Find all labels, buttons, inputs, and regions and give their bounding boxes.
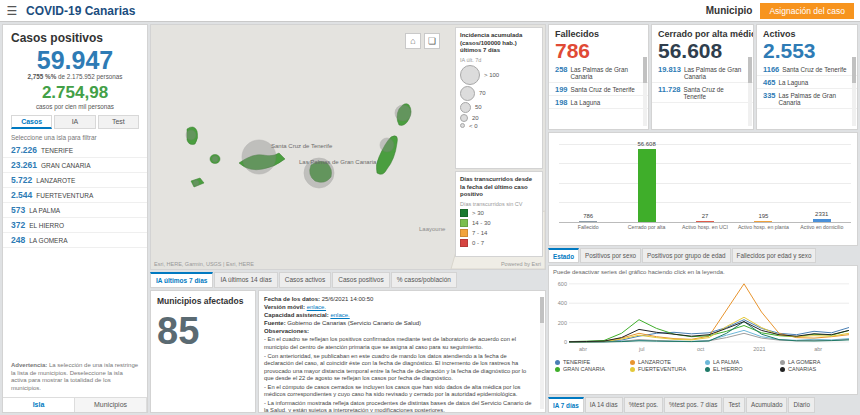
bar-fallecido[interactable] (579, 221, 597, 222)
legend-item-lanzarote[interactable]: LANZAROTE (630, 359, 701, 365)
legend-item-gran-canaria[interactable]: GRAN CANARIA (555, 366, 626, 372)
ia-bubble-el-hierro[interactable] (193, 180, 199, 186)
trend-tab-test[interactable]: Test (723, 397, 745, 413)
legend-item-fuerteventura[interactable]: FUERTEVENTURA (630, 366, 701, 372)
active-scrollbar[interactable] (852, 57, 856, 126)
mobile-link[interactable]: enlace. (307, 304, 326, 310)
menu-icon[interactable]: ☰ (0, 4, 24, 18)
map-panel[interactable]: Santa Cruz de Tenerife Las Palmas de Gra… (150, 24, 546, 270)
bar-cerrado-por-alta[interactable] (638, 149, 656, 222)
layers-icon[interactable]: ❏ (424, 33, 440, 49)
bar-category-label: Activo en domicilio (793, 225, 851, 231)
ia-circle-symbol (460, 114, 468, 122)
map-tab-casos-positivos[interactable]: Casos positivos (332, 272, 390, 288)
legend-dot (630, 360, 635, 365)
legend-item-canarias[interactable]: CANARIAS (780, 366, 851, 372)
item-name: Santa Cruz de Tenerife (684, 86, 745, 101)
trend-tab-test-pos[interactable]: %test pos. (624, 397, 663, 413)
closed-scrollbar[interactable] (748, 57, 752, 126)
item-value: 19.813 (658, 65, 681, 74)
island-row-la-palma[interactable]: 573LA PALMA (3, 203, 147, 218)
trend-series-el-hierro (569, 322, 849, 342)
days-swatch (460, 229, 468, 237)
deaths-scrollbar[interactable] (643, 57, 647, 126)
ia-bubble-lanzarote[interactable] (395, 105, 411, 121)
map-tab-casos-activos[interactable]: Casos activos (279, 272, 331, 288)
active-item-las-palmas-de-gran-canaria[interactable]: 335Las Palmas de Gran Canaria (757, 89, 857, 109)
closed-item-las-palmas-de-gran-canaria[interactable]: 19.813Las Palmas de Gran Canaria (652, 63, 753, 83)
active-item-la-laguna[interactable]: 465La Laguna (757, 76, 857, 89)
days-swatch (460, 209, 468, 217)
tab-isla[interactable]: Isla (3, 398, 75, 412)
estado-tab-positivos-por-grupo-de-edad[interactable]: Positivos por grupo de edad (642, 248, 730, 263)
trend-tab-ia-14-dias[interactable]: IA 14 días (585, 397, 623, 413)
deaths-item-la-laguna[interactable]: 198La Laguna (549, 96, 648, 109)
trend-y-tick: 400 (558, 300, 567, 306)
trend-tabs: IA 7 díasIA 14 días%test pos.%test pos. … (548, 397, 858, 413)
active-item-santa-cruz-de-tenerife[interactable]: 1166Santa Cruz de Tenerife (757, 63, 857, 76)
left-bottom-tabs: IslaMunicipios (3, 397, 147, 412)
scroll-thumb[interactable] (643, 57, 647, 83)
island-row-tenerife[interactable]: 27.226TENERIFE (3, 143, 147, 158)
island-name: LA PALMA (29, 207, 60, 214)
bar-activo-en-domicilio[interactable] (813, 219, 831, 222)
item-value: 199 (555, 85, 568, 94)
days-class-row: > 30 (460, 209, 538, 217)
tab-test[interactable]: Test (98, 115, 139, 129)
legend-item-la-gomera[interactable]: LA GOMERA (780, 359, 851, 365)
map-tab-casos-poblacion[interactable]: % casos/población (391, 272, 457, 288)
scroll-thumb[interactable] (852, 57, 856, 83)
island-row-lanzarote[interactable]: 5.722LANZAROTE (3, 173, 147, 188)
ia-bubble-la-gomera[interactable] (212, 156, 218, 162)
legend-incidence-title: Incidencia acumulada (casos/100000 hab.)… (460, 32, 538, 55)
ia-bubble-fuerteventura[interactable] (380, 138, 394, 152)
trend-tab-acumulado[interactable]: Acumulado (746, 397, 788, 413)
bar-value-label: 786 (559, 213, 617, 219)
trend-tab-test-pos-7-dias[interactable]: %test pos. 7 días (664, 397, 722, 413)
bar-value-label: 195 (734, 213, 792, 219)
deaths-title: Fallecidos (549, 25, 648, 39)
chart-gridline (559, 144, 851, 145)
scroll-thumb[interactable] (540, 297, 544, 323)
map-tab-ia-ultimos-14-dias[interactable]: IA últimos 14 días (214, 272, 277, 288)
estado-tab-fallecidos-por-edad-y-sexo[interactable]: Fallecidos por edad y sexo (732, 248, 817, 263)
map-tab-ia-ultimos-7-dias[interactable]: IA últimos 7 días (150, 272, 213, 288)
tab-municipios[interactable]: Municipios (75, 398, 147, 412)
estado-tab-positivos-por-sexo[interactable]: Positivos por sexo (580, 248, 641, 263)
home-icon[interactable]: ⌂ (405, 33, 421, 49)
trend-series-tenerife (569, 320, 849, 342)
bar-activo-hosp-en-planta[interactable] (754, 221, 772, 222)
island-row-la-gomera[interactable]: 248LA GOMERA (3, 233, 147, 248)
scroll-thumb[interactable] (748, 57, 752, 83)
legend-item-tenerife[interactable]: TENERIFE (555, 359, 626, 365)
info-scrollbar[interactable] (540, 297, 544, 409)
deaths-item-las-palmas-de-gran-canaria[interactable]: 258Las Palmas de Gran Canaria (549, 63, 648, 83)
deaths-item-santa-cruz-de-tenerife[interactable]: 199Santa Cruz de Tenerife (549, 83, 648, 96)
capacity-link[interactable]: enlace. (330, 312, 349, 318)
trend-tab-diario[interactable]: Diario (788, 397, 814, 413)
bar-category-label: Cerrado por alta (617, 225, 675, 231)
city-label-las-palmas: Las Palmas de Gran Canaria (299, 159, 377, 165)
island-row-gran-canaria[interactable]: 23.261GRAN CANARIA (3, 158, 147, 173)
municipio-label: Municipio (706, 5, 753, 16)
closed-item-santa-cruz-de-tenerife[interactable]: 11.728Santa Cruz de Tenerife (652, 83, 753, 103)
island-row-fuerteventura[interactable]: 2.544FUERTEVENTURA (3, 188, 147, 203)
tab-casos[interactable]: Casos (11, 115, 52, 129)
percent-of-population: 2,755 %% (28, 73, 57, 80)
legend-item-la-palma[interactable]: LA PALMA (705, 359, 776, 365)
rate-value: 2.754,98 (3, 83, 147, 103)
legend-series-name: LA GOMERA (788, 359, 820, 365)
ia-bubble-la-palma[interactable] (186, 130, 196, 140)
trend-tab-ia-7-dias[interactable]: IA 7 días (548, 397, 584, 413)
island-row-el-hierro[interactable]: 372EL HIERRO (3, 218, 147, 233)
estado-tab-estado[interactable]: Estado (548, 248, 579, 263)
municipios-title: Municipios afectados (151, 291, 255, 306)
tab-ia[interactable]: IA (54, 115, 95, 129)
assign-case-button[interactable]: Asignación del caso (760, 3, 854, 19)
legend-hint: Puede desactivar series del gráfico haci… (553, 269, 853, 275)
island-value: 573 (11, 205, 25, 215)
legend-item-el-hierro[interactable]: EL HIERRO (705, 366, 776, 372)
legend-days-title: Días transcurridos desde la fecha del úl… (460, 176, 538, 199)
bar-activo-hosp-en-uci[interactable] (696, 221, 714, 222)
estado-chart-panel: 78656.608271952331 FallecidoCerrado por … (548, 132, 858, 246)
